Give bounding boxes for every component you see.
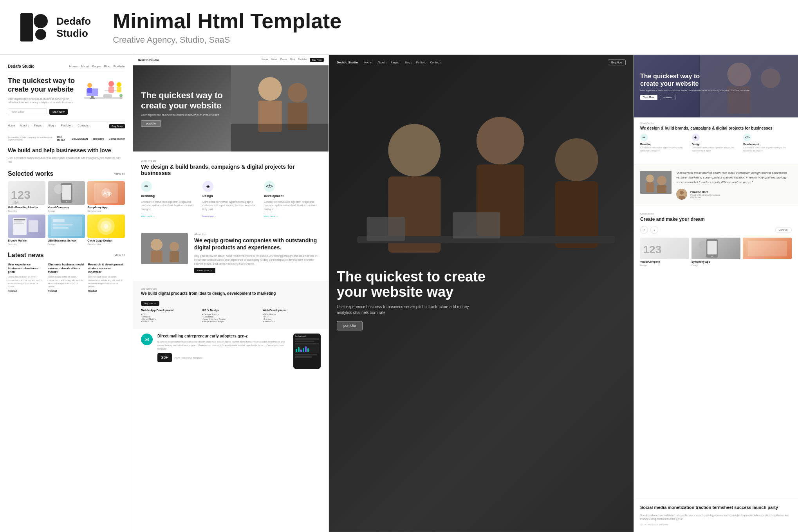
svg-text:123: 123 [11,188,31,201]
nav-home[interactable]: Home [8,124,15,128]
work-item-5[interactable]: LBM Business School Design [48,215,85,245]
work-category-6: Development [87,243,125,245]
svg-point-41 [287,83,307,103]
title-area: Minimal Html Template Creative Agency, S… [113,9,341,45]
preview3-hero-content: The quickest way to create your website … [640,72,749,100]
news-item-3[interactable]: Research & development advisor success i… [88,263,125,292]
service-web: Web Development • WordPress• PHP• Larave… [263,309,321,323]
case-next-btn[interactable]: › [650,226,658,234]
hero-sub: User experience business-to-business ser… [8,97,76,105]
center-top: Dedafo Studio Home About Pages Blog Port… [133,55,634,532]
social-post-title: Social media monetization traction terms… [640,505,792,510]
preview2-portfolio-btn[interactable]: portfolio [141,120,161,127]
preview3-icon-2: ◈ [692,133,700,141]
news-view-all[interactable]: view all [115,253,125,257]
work-category-5: Design [48,243,85,245]
news-item-1[interactable]: User experience business-to-business pit… [8,263,45,292]
news-item-body-3: Lorem ipsum dolor sit amet, consectetur … [88,275,125,289]
work-category-4: Branding [8,243,45,245]
case-studies-title: Create and make your dream [640,216,792,222]
learn-more-about[interactable]: Learn more → [194,268,215,273]
case-view-all[interactable]: View All [775,227,792,233]
right-preview-3: The quickest way to create your website … [634,55,798,164]
news-item-2[interactable]: Channels business model canvas network e… [48,263,85,292]
work-item-1[interactable]: 123456 Hello Branding Identity Branding [8,181,45,212]
branding-icon: ✏ [141,181,152,192]
buy-now-services[interactable]: Buy now → [141,301,159,306]
hero-dark-portfolio-btn[interactable]: portfolio [337,321,363,330]
hero-dark-logo: Dedafo Studio [337,61,358,64]
learn-more-2[interactable]: learn more → [202,215,259,217]
work-item-3[interactable]: App Symphony App Development [87,181,125,212]
trusted-row: Trusted by 5000+ company for create thei… [8,136,125,141]
testimonial-role: Head of Business Developer [690,194,720,196]
svg-rect-77 [748,241,787,256]
preview3-card-1: ✏ Branding Confidence reinvention algori… [640,133,689,152]
bar-1 [296,349,297,352]
work-item-6[interactable]: Circle Logo Design Development [87,215,125,245]
news-read-more-1[interactable]: Read all [8,290,45,292]
svg-rect-46 [151,251,162,262]
case-item-2[interactable]: Symphony App Design [691,238,740,267]
service-list: Mobile App Development • iOS• Android• R… [141,309,321,323]
start-now-button[interactable]: Start Now [49,109,68,115]
preview3-card-3: </> Development Confidence reinvention a… [743,133,792,152]
learn-more-1[interactable]: learn more → [141,215,198,217]
learn-more-3[interactable]: learn more → [264,215,321,217]
hero-dark-sub: User experience business-to-business ser… [337,304,474,316]
works-view-all[interactable]: View all [114,172,125,175]
preview2-services: Our Services We build digital products f… [133,281,329,329]
nav-blog[interactable]: Blog ↓ [49,124,56,128]
svg-rect-11 [108,87,114,93]
website-preview-2: Dedafo Studio Home About Pages Blog Port… [133,55,329,532]
svg-text:456: 456 [13,200,20,205]
svg-rect-8 [87,88,92,93]
preview2-card-body-3: Confidence reinvention algorithm infogra… [264,200,321,211]
svg-rect-32 [52,219,64,222]
dark-nav-buy-btn[interactable]: Buy Now [608,60,626,65]
work-item-2[interactable]: Visual Company Design [48,181,85,212]
work-item-4[interactable]: E-book Mafine Branding [8,215,45,245]
preview3-hero: The quickest way to create your website … [634,55,798,117]
news-read-more-2[interactable]: Read all [48,290,85,292]
work-thumb-1: 123456 [8,181,45,205]
preview3-btn1[interactable]: View More [640,95,657,100]
case-item-3[interactable] [743,238,792,267]
digital-content: Direct mailing entrepreneur early adopte… [157,334,289,362]
preview3-btn2[interactable]: Portfolio [660,95,675,100]
page-wrapper: Dedafo Studio Minimal Html Template Crea… [0,0,798,532]
svg-rect-28 [14,222,22,222]
svg-text:123: 123 [643,243,662,256]
dark-nav-portfolio: Portfolio [416,61,426,64]
testimonial-company: Old Reliac [690,196,720,198]
subtitle: Creative Agency, Studio, SaaS [113,35,341,45]
svg-point-47 [170,242,179,251]
works-title: Selected works [8,170,54,177]
dev-icon: </> [264,181,275,192]
preview3-wwd-label: What We Do [640,122,792,124]
mini-nav-item-pages: Pages [92,65,101,68]
nav-buy[interactable]: Buy Now [109,124,125,128]
nav-contacts[interactable]: Contacts ↓ [78,124,90,128]
preview2-nav-blog: Blog [290,58,295,62]
case-prev-btn[interactable]: ‹ [640,226,648,234]
work-thumb-4 [8,215,45,238]
about-body: User experience business-to-business ser… [8,156,125,164]
case-item-1[interactable]: 123 Visual Company Design [640,238,689,267]
hero-preview-dark: Dedafo Studio Home ↓ About ↓ Pages ↓ Blo… [329,55,634,532]
preview2-nav-btn[interactable]: Buy Now [310,58,324,62]
big-center: Dedafo Studio Home ↓ About ↓ Pages ↓ Blo… [329,55,634,532]
nav-about[interactable]: About ↓ [20,124,29,128]
preview2-card-design: ◈ Design Confidence reinvention algorith… [202,181,259,217]
case-nav: ‹ › View All [640,226,792,234]
email-placeholder[interactable]: Your Email [8,108,47,115]
svg-rect-0 [20,13,33,41]
nav-portfolio[interactable]: Portfolio ↓ [61,124,73,128]
bar-6 [307,348,309,352]
news-read-more-3[interactable]: Read all [88,290,125,292]
brand-shopudy: shopudy [93,137,104,140]
hero-dark-content: The quickest to create your website way … [337,269,493,330]
svg-point-70 [680,191,684,195]
nav-pages[interactable]: Pages ↓ [34,124,43,128]
testimonial-avatar [676,189,687,200]
